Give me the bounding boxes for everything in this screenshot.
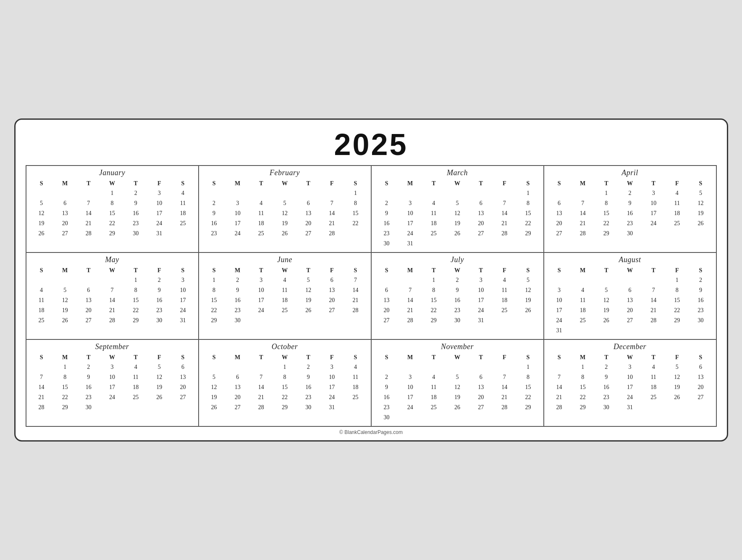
day-cell: 27: [53, 229, 77, 239]
day-cell: [171, 229, 194, 239]
day-cell: [147, 402, 171, 413]
day-cell: 26: [202, 402, 226, 413]
day-cell: 6: [171, 362, 194, 372]
day-header: T: [249, 353, 273, 362]
day-header: W: [273, 353, 296, 362]
day-cell: 11: [493, 285, 516, 295]
day-cell: 13: [296, 208, 320, 218]
day-cell: 28: [343, 305, 367, 315]
day-cell: [548, 362, 571, 372]
day-cell: 7: [399, 285, 422, 295]
day-header: M: [399, 179, 422, 188]
day-cell: 29: [516, 229, 540, 239]
day-cell: 26: [30, 229, 53, 239]
day-header: T: [124, 179, 147, 188]
day-cell: 11: [665, 198, 689, 208]
week-row: 16171819202122: [375, 392, 540, 402]
day-cell: 12: [446, 382, 469, 392]
day-cell: 19: [147, 382, 171, 392]
day-cell: 2: [375, 372, 399, 382]
day-cell: 20: [226, 392, 249, 402]
day-header: M: [571, 353, 595, 362]
day-header: W: [446, 266, 469, 275]
week-row: 567891011: [202, 372, 367, 382]
day-cell: 1: [100, 188, 124, 198]
day-cell: 17: [469, 295, 493, 305]
day-cell: 22: [343, 218, 367, 229]
day-cell: 19: [446, 392, 469, 402]
day-header: S: [516, 353, 540, 362]
week-row: 25262728293031: [30, 315, 195, 326]
day-cell: 23: [595, 392, 618, 402]
day-cell: 10: [399, 382, 422, 392]
day-cell: [493, 362, 516, 372]
day-cell: 20: [53, 218, 77, 229]
day-cell: 31: [469, 315, 493, 326]
day-cell: 24: [249, 305, 273, 315]
week-row: 2930: [202, 315, 367, 326]
day-header: F: [665, 179, 689, 188]
day-cell: 18: [30, 305, 53, 315]
day-header: S: [689, 353, 712, 362]
day-cell: 5: [30, 198, 53, 208]
day-cell: 1: [343, 188, 367, 198]
day-cell: 13: [469, 208, 493, 218]
day-cell: 12: [273, 208, 296, 218]
day-cell: [273, 188, 296, 198]
day-cell: 1: [571, 362, 595, 372]
day-cell: 15: [516, 382, 540, 392]
day-cell: 27: [469, 229, 493, 239]
day-cell: 15: [343, 208, 367, 218]
month-cell-july: JulySMTWTFS12345678910111213141516171819…: [372, 253, 544, 340]
day-cell: 12: [446, 208, 469, 218]
month-cell-march: MarchSMTWTFS1234567891011121314151617181…: [372, 166, 544, 253]
week-row: 19202122232425: [202, 392, 367, 402]
day-cell: 16: [226, 295, 249, 305]
day-cell: 22: [53, 392, 77, 402]
day-cell: 20: [469, 392, 493, 402]
week-row: 27282930: [548, 229, 713, 239]
day-header: W: [273, 266, 296, 275]
day-cell: 4: [642, 362, 665, 372]
day-cell: 17: [226, 218, 249, 229]
day-header: T: [595, 179, 618, 188]
day-cell: 29: [516, 402, 540, 413]
day-header: M: [226, 179, 249, 188]
day-header: M: [226, 353, 249, 362]
week-row: 1: [202, 188, 367, 198]
week-row: 78910111213: [548, 372, 713, 382]
day-cell: 8: [343, 198, 367, 208]
day-cell: 21: [249, 392, 273, 402]
day-cell: 14: [399, 295, 422, 305]
day-cell: [226, 188, 249, 198]
day-cell: 13: [618, 295, 642, 305]
day-cell: [446, 413, 469, 423]
day-cell: [618, 326, 642, 336]
day-cell: [548, 275, 571, 285]
week-row: 9101112131415: [375, 208, 540, 218]
day-cell: 29: [422, 315, 446, 326]
day-cell: 25: [422, 402, 446, 413]
day-cell: 16: [77, 382, 100, 392]
day-cell: 8: [665, 285, 689, 295]
day-header: S: [516, 266, 540, 275]
day-cell: 17: [147, 208, 171, 218]
day-cell: 30: [147, 315, 171, 326]
day-cell: 5: [689, 188, 712, 198]
day-cell: 4: [422, 198, 446, 208]
day-cell: [226, 362, 249, 372]
day-cell: 12: [30, 208, 53, 218]
day-cell: 31: [171, 315, 194, 326]
day-cell: 13: [469, 382, 493, 392]
day-cell: 1: [516, 188, 540, 198]
day-cell: [516, 315, 540, 326]
day-cell: 4: [422, 372, 446, 382]
day-cell: [469, 413, 493, 423]
day-cell: 22: [422, 305, 446, 315]
week-row: 567891011: [30, 198, 195, 208]
day-cell: 30: [375, 413, 399, 423]
day-header: T: [296, 179, 320, 188]
month-name: June: [202, 255, 367, 264]
day-cell: [343, 315, 367, 326]
day-cell: 22: [273, 392, 296, 402]
